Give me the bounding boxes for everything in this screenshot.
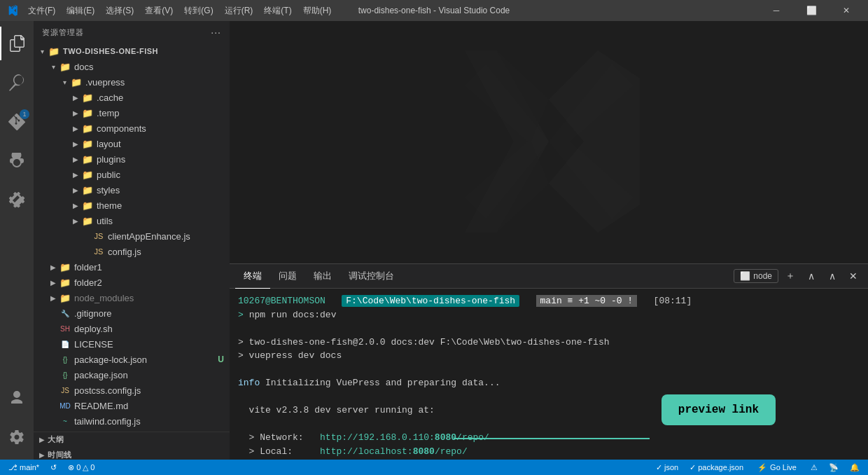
title-bar: 文件(F) 编辑(E) 选择(S) 查看(V) 转到(G) 运行(R) 终端(T…	[0, 0, 868, 21]
sidebar-item-explorer[interactable]	[0, 27, 34, 60]
menu-run[interactable]: 运行(R)	[220, 4, 258, 18]
list-item[interactable]: ▶ 📁 layout	[34, 136, 230, 151]
close-terminal-button[interactable]: ✕	[844, 267, 862, 285]
json-label: ✓ json	[656, 463, 678, 472]
list-item[interactable]: ▶ 📁 node_modules	[34, 290, 230, 305]
close-button[interactable]: ✕	[830, 0, 862, 21]
md-file-icon: MD	[59, 399, 71, 412]
terminal-node-button[interactable]: ⬜ node	[734, 269, 778, 283]
txt-file-icon: 📄	[59, 338, 71, 350]
terminal-line: info Initializing VuePress and preparing…	[238, 376, 860, 390]
file-label: utils	[97, 216, 224, 226]
sidebar-item-extensions[interactable]	[0, 184, 34, 217]
terminal-node-label: node	[753, 271, 772, 281]
menu-edit[interactable]: 编辑(E)	[62, 4, 99, 18]
list-item[interactable]: JS postcss.config.js	[34, 383, 230, 398]
tab-debug-console[interactable]: 调试控制台	[340, 264, 402, 289]
sync-status[interactable]: ↺	[48, 460, 59, 475]
folder-icon: 📁	[48, 45, 60, 57]
sidebar-item-account[interactable]	[0, 381, 34, 415]
file-label: .vuepress	[85, 77, 224, 88]
tab-terminal[interactable]: 终端	[235, 264, 270, 289]
chevron-right-icon: ▶	[70, 200, 81, 211]
vscode-watermark	[444, 36, 654, 249]
file-label: package.json	[74, 370, 224, 380]
list-item[interactable]: ▶ 📁 .temp	[34, 105, 230, 121]
list-item[interactable]: 📄 LICENSE	[34, 336, 230, 352]
tab-problems[interactable]: 问题	[270, 264, 305, 289]
minimize-button[interactable]: ─	[760, 0, 792, 21]
new-terminal-button[interactable]: ＋	[781, 267, 799, 285]
list-item[interactable]: MD README.md	[34, 398, 230, 413]
file-label: .cache	[97, 92, 224, 103]
menu-goto[interactable]: 转到(G)	[180, 4, 217, 18]
list-item[interactable]: {} package-lock.json U	[34, 352, 230, 367]
maximize-terminal-button[interactable]: ∧	[823, 267, 841, 285]
broadcast-status[interactable]: 📡	[826, 460, 841, 475]
sidebar-item-search[interactable]	[0, 66, 34, 99]
list-item[interactable]: ~ tailwind.config.js	[34, 413, 230, 429]
folder-icon: 📁	[81, 91, 94, 104]
list-item[interactable]: ▶ 📁 folder1	[34, 259, 230, 275]
file-label: layout	[97, 139, 224, 149]
root-label: TWO-DISHES-ONE-FISH	[63, 47, 224, 55]
split-terminal-button[interactable]: ∧	[802, 267, 820, 285]
spacer	[48, 385, 59, 396]
package-status[interactable]: ✓ package.json	[687, 460, 746, 475]
menu-terminal[interactable]: 终端(T)	[260, 4, 295, 18]
sidebar-item-git[interactable]: 1	[0, 105, 34, 139]
spacer	[81, 230, 92, 242]
extensions-icon	[8, 192, 25, 209]
git-branch-status[interactable]: ⎇ main*	[6, 460, 42, 475]
list-item[interactable]: ▾ 📁 docs	[34, 59, 230, 74]
menu-file[interactable]: 文件(F)	[24, 4, 59, 18]
list-item[interactable]: ▾ 📁 .vuepress	[34, 74, 230, 90]
chevron-right-icon: ▶	[70, 107, 81, 118]
chevron-right-icon: ▶	[48, 292, 59, 303]
bell-status[interactable]: 🔔	[847, 460, 862, 475]
tree-root[interactable]: ▾ 📁 TWO-DISHES-ONE-FISH	[34, 43, 230, 59]
list-item[interactable]: JS clientAppEnhance.js	[34, 228, 230, 244]
terminal-body[interactable]: 10267@BENTHOMSON F:\Code\Web\two-dishes-…	[230, 289, 868, 460]
sidebar-item-settings[interactable]	[0, 420, 34, 454]
list-item[interactable]: ▶ 📁 utils	[34, 213, 230, 228]
list-item[interactable]: SH deploy.sh	[34, 321, 230, 336]
file-label: folder2	[74, 277, 224, 288]
warning-status[interactable]: ⚠	[808, 460, 820, 475]
folder-icon: 📁	[81, 199, 94, 212]
chevron-right-icon: ▶	[70, 169, 81, 180]
timeline-section[interactable]: ▶ 时间线	[34, 447, 230, 460]
list-item[interactable]: {} package.json	[34, 367, 230, 383]
file-label: README.md	[74, 401, 224, 411]
terminal-actions: ⬜ node ＋ ∧ ∧ ✕	[734, 267, 862, 285]
menu-help[interactable]: 帮助(H)	[299, 4, 336, 18]
list-item[interactable]: 🔧 .gitignore	[34, 305, 230, 321]
list-item[interactable]: ▶ 📁 folder2	[34, 275, 230, 290]
sidebar-item-debug[interactable]	[0, 144, 34, 178]
menu-view[interactable]: 查看(V)	[141, 4, 177, 18]
list-item[interactable]: ▶ 📁 components	[34, 121, 230, 136]
file-label: theme	[97, 200, 224, 211]
menu-select[interactable]: 选择(S)	[102, 4, 138, 18]
go-live-button[interactable]: ⚡ Go Live	[752, 460, 802, 475]
list-item[interactable]: ▶ 📁 plugins	[34, 151, 230, 167]
list-item[interactable]: ▶ 📁 .cache	[34, 90, 230, 105]
account-icon	[8, 390, 25, 406]
sidebar-header: 资源管理器 ···	[34, 21, 230, 43]
list-item[interactable]: JS config.js	[34, 244, 230, 259]
status-bar-left: ⎇ main* ↺ ⊗ 0 △ 0	[6, 460, 98, 475]
outline-section[interactable]: ▶ 大纲	[34, 432, 230, 447]
list-item[interactable]: ▶ 📁 public	[34, 167, 230, 182]
search-icon	[8, 74, 25, 91]
vscode-logo-icon	[6, 4, 18, 17]
errors-status[interactable]: ⊗ 0 △ 0	[65, 460, 97, 475]
maximize-button[interactable]: ⬜	[795, 0, 827, 21]
list-item[interactable]: ▶ 📁 theme	[34, 198, 230, 213]
list-item[interactable]: ▶ 📁 styles	[34, 182, 230, 198]
sidebar-menu-button[interactable]: ···	[211, 27, 221, 38]
file-label: .temp	[97, 108, 224, 118]
file-label: components	[97, 123, 224, 134]
folder-icon: 📁	[81, 106, 94, 119]
tab-output[interactable]: 输出	[305, 264, 340, 289]
json-status[interactable]: ✓ json	[653, 460, 681, 475]
